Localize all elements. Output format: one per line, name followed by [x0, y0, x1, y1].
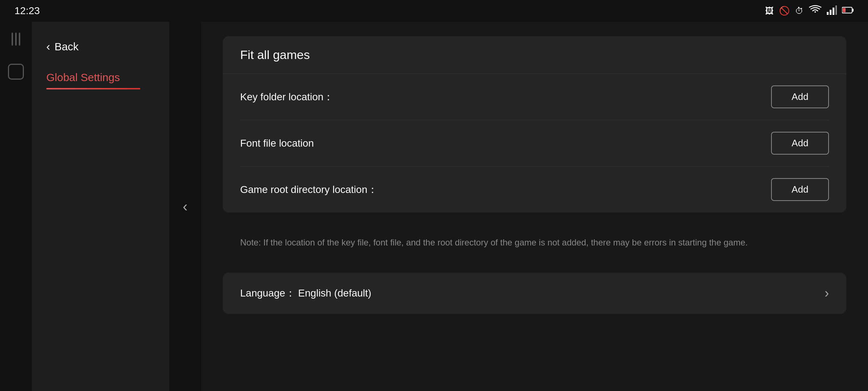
left-thin-bar	[0, 22, 32, 391]
circle-icon	[8, 64, 24, 80]
svg-rect-1	[830, 10, 831, 15]
bar-line-2	[15, 33, 17, 46]
left-nav-back-arrow-icon: ‹	[183, 198, 187, 215]
language-card[interactable]: Language： English (default) ›	[223, 273, 846, 314]
bar-line-3	[19, 33, 20, 46]
font-file-row: Font file location Add	[240, 120, 829, 167]
battery-icon	[842, 6, 854, 16]
svg-rect-5	[852, 9, 854, 12]
note-text: Note: If the location of the key file, f…	[240, 237, 748, 247]
game-root-add-button[interactable]: Add	[771, 178, 829, 201]
game-root-row: Game root directory location： Add	[240, 167, 829, 213]
key-folder-add-button[interactable]: Add	[771, 85, 829, 108]
back-chevron-icon: ‹	[46, 40, 50, 53]
sidebar: ‹ Back Global Settings	[32, 22, 169, 391]
left-nav-back-button[interactable]: ‹	[169, 22, 201, 391]
status-time: 12:23	[14, 5, 40, 17]
font-file-label: Font file location	[240, 138, 314, 149]
clock-icon: ⏱	[795, 6, 804, 16]
svg-rect-2	[833, 8, 834, 15]
svg-rect-3	[835, 5, 837, 15]
note-section: Note: If the location of the key file, f…	[223, 224, 846, 261]
content-area: Fit all games Key folder location： Add F…	[201, 22, 868, 391]
svg-rect-0	[827, 12, 829, 15]
global-settings-item[interactable]: Global Settings	[32, 64, 169, 97]
fit-all-games-card: Fit all games Key folder location： Add F…	[223, 36, 846, 213]
signal-icon	[827, 5, 837, 17]
key-folder-row: Key folder location： Add	[240, 74, 829, 120]
language-label: Language： English (default)	[240, 286, 371, 300]
fit-all-games-header: Fit all games	[223, 36, 846, 74]
block-icon: 🚫	[779, 6, 790, 16]
language-chevron-right-icon: ›	[825, 286, 829, 301]
bar-line-1	[12, 33, 13, 46]
game-root-label: Game root directory location：	[240, 183, 378, 197]
fit-all-games-title: Fit all games	[240, 48, 310, 62]
font-file-add-button[interactable]: Add	[771, 132, 829, 155]
back-button[interactable]: ‹ Back	[32, 29, 169, 64]
main-layout: ‹ Back Global Settings ‹ Fit all games K…	[0, 22, 868, 391]
key-folder-label: Key folder location：	[240, 90, 333, 104]
section-rows: Key folder location： Add Font file locat…	[223, 74, 846, 213]
status-bar: 12:23 🖼 🚫 ⏱	[0, 0, 868, 22]
status-icons: 🖼 🚫 ⏱	[765, 5, 854, 17]
language-row[interactable]: Language： English (default) ›	[223, 273, 846, 314]
bar-lines-icon	[8, 29, 24, 49]
global-settings-underline	[46, 88, 140, 89]
svg-rect-6	[843, 8, 846, 12]
global-settings-label: Global Settings	[46, 71, 155, 84]
wifi-icon	[809, 5, 822, 17]
photo-icon: 🖼	[765, 6, 774, 16]
back-label: Back	[55, 41, 79, 53]
